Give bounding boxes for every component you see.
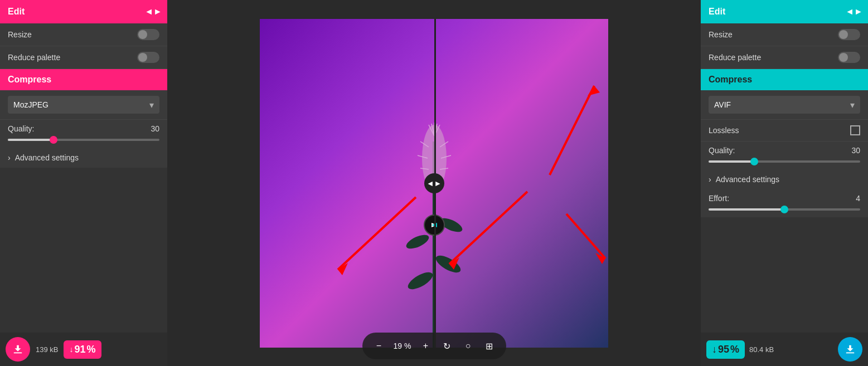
image-background: ◄► xyxy=(260,19,608,348)
left-quality-slider-fill xyxy=(8,139,54,141)
left-format-select-wrapper: MozJPEG AVIF WebP PNG ▾ xyxy=(8,96,159,114)
right-bottom-bar: ↓ 95 % 80.4 kB xyxy=(701,333,868,366)
left-edit-header: Edit ◄► xyxy=(0,0,167,23)
left-reduce-palette-row: Reduce palette xyxy=(0,46,167,69)
split-handle-icon: ◄► xyxy=(426,179,442,188)
left-bottom-bar: 139 kB ↓ 91 % xyxy=(0,333,167,366)
right-resize-row: Resize xyxy=(701,23,868,46)
circle-button[interactable]: ○ xyxy=(459,337,477,355)
right-format-row: AVIF MozJPEG WebP PNG ▾ xyxy=(701,90,868,120)
right-effort-value: 4 xyxy=(856,194,860,203)
right-lossless-label: Lossless xyxy=(709,126,739,135)
right-format-select-wrapper: AVIF MozJPEG WebP PNG ▾ xyxy=(709,96,860,114)
left-file-size: 139 kB xyxy=(36,345,58,354)
left-reduce-palette-toggle[interactable] xyxy=(137,52,159,63)
right-effort-slider-thumb[interactable] xyxy=(780,206,788,213)
right-effort-slider[interactable] xyxy=(709,208,860,211)
left-percent-suffix: % xyxy=(87,344,96,355)
right-percent-arrow-icon: ↓ xyxy=(712,344,717,355)
right-effort-slider-fill xyxy=(709,208,784,211)
zoom-value-display: 19 % xyxy=(391,341,414,350)
svg-rect-0 xyxy=(14,353,22,354)
left-format-row: MozJPEG AVIF WebP PNG ▾ xyxy=(0,90,167,120)
left-percent-badge: ↓ 91 % xyxy=(64,340,101,359)
right-resize-toggle[interactable] xyxy=(838,29,860,40)
left-format-select[interactable]: MozJPEG AVIF WebP PNG xyxy=(8,96,159,114)
right-edit-header: Edit ◄► xyxy=(701,0,868,23)
right-resize-label: Resize xyxy=(709,30,733,39)
right-advanced-settings-label: Advanced settings xyxy=(716,175,779,184)
left-percent-arrow-icon: ↓ xyxy=(69,345,73,354)
left-resize-toggle[interactable] xyxy=(137,29,159,40)
zoom-out-icon: − xyxy=(376,341,381,351)
left-edit-toggle-icon[interactable]: ◄► xyxy=(147,6,159,18)
svg-marker-22 xyxy=(588,86,600,96)
right-edit-toggle-icon[interactable]: ◄► xyxy=(848,6,860,18)
right-compress-label: Compress xyxy=(709,75,752,84)
right-reduce-palette-label: Reduce palette xyxy=(709,53,761,62)
left-quality-label: Quality: xyxy=(8,124,34,133)
left-quality-value: 30 xyxy=(151,124,159,133)
zoom-out-button[interactable]: − xyxy=(370,337,388,355)
right-quality-slider-fill xyxy=(709,160,754,163)
svg-marker-28 xyxy=(595,253,605,264)
zoom-suffix: % xyxy=(404,341,411,350)
right-chevron-right-icon: › xyxy=(709,175,711,184)
right-lossless-checkbox[interactable] xyxy=(850,125,860,135)
svg-point-4 xyxy=(404,232,430,251)
right-quality-slider[interactable] xyxy=(709,160,860,163)
right-edit-label: Edit xyxy=(709,7,725,17)
split-handle[interactable]: ◄► xyxy=(424,173,444,193)
right-advanced-settings-row[interactable]: › Advanced settings xyxy=(701,169,868,189)
svg-point-3 xyxy=(433,252,463,275)
right-effort-row: Effort: 4 xyxy=(701,189,868,217)
left-download-icon xyxy=(12,343,24,355)
right-quality-row: Quality: 30 xyxy=(701,141,868,169)
right-quality-slider-thumb[interactable] xyxy=(750,158,758,165)
fullscreen-icon: ⊞ xyxy=(486,341,493,352)
right-quality-label: Quality: xyxy=(709,146,735,155)
right-file-size: 80.4 kB xyxy=(749,345,774,354)
left-quality-slider[interactable] xyxy=(8,139,159,141)
left-quality-row: Quality: 30 xyxy=(0,120,167,148)
left-compress-header: Compress xyxy=(0,69,167,90)
right-effort-slider-container xyxy=(709,206,860,215)
right-compress-header: Compress xyxy=(701,69,868,90)
zoom-in-icon: + xyxy=(423,341,428,351)
right-download-icon xyxy=(844,343,856,355)
right-percent-value: 95 xyxy=(718,344,729,355)
right-lossless-row: Lossless xyxy=(701,120,868,141)
center-area: ◄► − 19 % + ↻ ○ ⊞ xyxy=(167,0,701,366)
right-effort-label: Effort: xyxy=(709,194,729,203)
left-compress-label: Compress xyxy=(8,75,51,84)
left-percent-value: 91 xyxy=(74,344,85,355)
image-container: ◄► xyxy=(260,19,608,348)
left-panel: Edit ◄► Resize Reduce palette Compress M… xyxy=(0,0,167,366)
left-advanced-settings-row[interactable]: › Advanced settings xyxy=(0,148,167,168)
left-quality-slider-thumb[interactable] xyxy=(50,136,57,144)
right-quality-value: 30 xyxy=(851,146,860,155)
right-panel: Edit ◄► Resize Reduce palette Compress A… xyxy=(701,0,868,366)
svg-point-2 xyxy=(405,269,435,292)
svg-marker-26 xyxy=(338,263,348,275)
right-percent-badge: ↓ 95 % xyxy=(706,340,745,359)
rotate-button[interactable]: ↻ xyxy=(438,337,456,355)
left-chevron-right-icon: › xyxy=(8,153,11,162)
left-edit-label: Edit xyxy=(8,7,25,17)
right-percent-suffix: % xyxy=(730,344,739,355)
right-reduce-palette-toggle[interactable] xyxy=(838,52,860,63)
left-resize-label: Resize xyxy=(8,30,32,39)
fullscreen-button[interactable]: ⊞ xyxy=(481,337,498,355)
left-reduce-palette-label: Reduce palette xyxy=(8,53,60,62)
left-download-button[interactable] xyxy=(6,337,30,362)
zoom-in-button[interactable]: + xyxy=(417,337,435,355)
left-advanced-settings-label: Advanced settings xyxy=(15,153,79,162)
svg-line-27 xyxy=(566,214,605,258)
rotate-icon: ↻ xyxy=(443,341,450,352)
circle-icon: ○ xyxy=(465,341,471,351)
left-quality-slider-container xyxy=(8,136,159,145)
right-format-select[interactable]: AVIF MozJPEG WebP PNG xyxy=(709,96,860,114)
right-download-button[interactable] xyxy=(838,337,862,362)
right-reduce-palette-row: Reduce palette xyxy=(701,46,868,69)
zoom-number: 19 xyxy=(394,341,403,350)
